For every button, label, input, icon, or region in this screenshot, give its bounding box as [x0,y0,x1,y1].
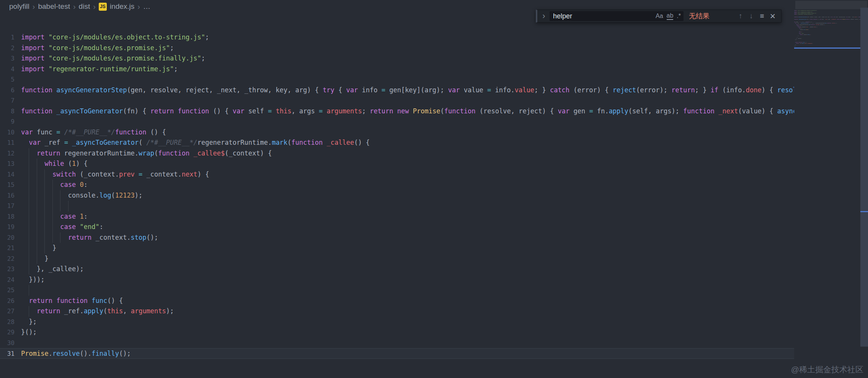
indent-guide [44,232,45,243]
indent-guide [29,201,29,211]
close-find-widget-button[interactable]: ✕ [767,12,778,21]
previous-match-button[interactable]: ↑ [735,12,746,20]
line-number: 10 [0,127,15,138]
code-line: 5 [0,74,794,85]
line-number: 18 [0,211,15,222]
code-text: function asyncGeneratorStep(gen, resolve… [794,16,860,18]
breadcrumb-separator-icon: › [93,3,96,10]
indent-guide [52,201,53,211]
line-number: 9 [0,116,15,127]
indent-guide [60,190,60,201]
code-line: 23 }, _callee); [0,264,794,275]
line-number: 6 [0,85,15,96]
line-number: 2 [0,43,15,54]
indent-guide [37,180,37,190]
code-line: 25 [0,285,794,296]
code-text: function asyncGeneratorStep(gen, resolve… [21,85,794,96]
expand-replace-chevron-icon[interactable]: › [540,12,547,20]
code-text: console.log(12123); [21,190,142,201]
code-text: import "regenerator-runtime/runtime.js"; [794,14,813,15]
vscode-window: polyfill›babel-test›dist›JSindex.js›… 1i… [0,0,868,378]
code-line: 31Promise.resolve().finally(); [0,348,794,359]
indent-guide [60,232,60,243]
code-line: 17 [0,201,794,211]
line-number: 23 [0,264,15,275]
breadcrumb-item-indexjs[interactable]: index.js [110,2,134,11]
indent-guide [44,169,45,180]
line-number: 11 [0,137,15,148]
line-number: 7 [0,95,15,106]
indent-guide [52,211,53,222]
code-text: return function func() { [21,296,123,306]
code-line: 8function _asyncToGenerator(fn) { return… [0,106,794,117]
code-line: 11 var _ref = _asyncToGenerator( /*#__PU… [0,137,794,148]
minimap[interactable]: 1import "core-js/modules/es.object.to-st… [794,10,860,53]
line-number: 13 [0,159,15,169]
code-line: 26 return function func() { [0,296,794,306]
code-text: import "core-js/modules/es.object.to-str… [21,32,209,43]
indent-guide [44,211,45,222]
line-number: 4 [0,64,15,75]
code-text: Promise.resolve().finally(); [21,349,131,358]
code-line: 16 console.log(12123); [0,190,794,201]
indent-guide [44,180,45,190]
code-text: function _asyncToGenerator(fn) { return … [794,19,860,20]
indent-guide [37,243,37,254]
line-number: 17 [0,201,15,211]
breadcrumb-item-[interactable]: … [143,2,150,11]
code-text: }(); [794,45,796,46]
whole-word-toggle[interactable]: ab [667,13,674,20]
code-line: 7 [0,95,794,106]
indent-guide [29,232,29,243]
code-text: while (1) { [21,159,88,169]
code-line: 10var func = /*#__PURE__*/function () { [0,127,794,138]
code-line: 22 } [0,254,794,264]
line-number: 8 [0,106,15,117]
indent-guide [37,201,37,211]
code-line: 1import "core-js/modules/es.object.to-st… [0,32,794,43]
code-line: 27 return _ref.apply(this, arguments); [0,306,794,317]
code-text: var func = /*#__PURE__*/function () { [21,127,166,138]
line-number: 20 [0,232,15,243]
indent-guide [60,201,60,211]
indent-guide [29,222,29,232]
code-line: 19 case "end": [0,222,794,232]
line-number: 15 [0,180,15,190]
regex-toggle[interactable]: .* [677,13,681,19]
code-text: } [21,243,56,254]
code-text: }, _callee); [21,264,84,275]
indent-guide [44,190,45,201]
line-number: 26 [0,296,15,306]
indent-guide [29,306,29,317]
breadcrumb-item-dist[interactable]: dist [79,2,90,11]
editor-code-area[interactable]: 1import "core-js/modules/es.object.to-st… [0,32,794,359]
code-text: return _context.stop(); [21,232,158,243]
indent-guide [29,211,29,222]
indent-guide [52,232,53,243]
vertical-scrollbar[interactable] [860,8,868,347]
breadcrumb-item-babeltest[interactable]: babel-test [38,2,70,11]
find-input[interactable] [552,12,652,21]
find-results-count: 无结果 [689,11,710,21]
line-number: 31 [0,349,15,358]
watermark: @稀土掘金技术社区 [791,364,863,375]
minimap-slider[interactable] [795,1,867,9]
line-number: 16 [0,190,15,201]
match-case-toggle[interactable]: Aa [656,13,663,19]
line-number: 27 [0,306,15,317]
indent-guide [29,180,29,190]
code-line: 14 switch (_context.prev = _context.next… [0,169,794,180]
indent-guide [37,190,37,201]
minimap-current-line-marker [794,47,860,49]
code-line: 4import "regenerator-runtime/runtime.js"… [0,64,794,75]
line-number: 21 [0,243,15,254]
find-input-box: Aa ab .* [550,11,684,21]
breadcrumb-item-polyfill[interactable]: polyfill [9,2,29,11]
code-line: 2import "core-js/modules/es.promise.js"; [0,43,794,54]
indent-guide [29,169,29,180]
code-line: 6function asyncGeneratorStep(gen, resolv… [0,85,794,96]
code-line: 21 } [0,243,794,254]
line-number: 28 [0,317,15,327]
find-in-selection-button[interactable]: ≡ [757,12,767,20]
next-match-button[interactable]: ↓ [746,12,757,20]
